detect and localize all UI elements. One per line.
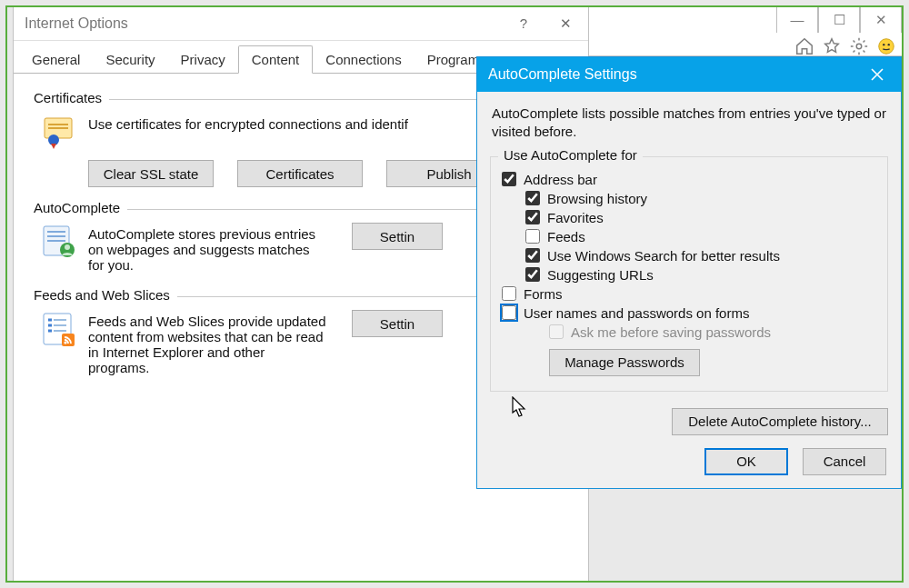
svg-rect-5: [48, 124, 68, 125]
home-icon[interactable]: [794, 36, 814, 56]
chk-ask-before-saving: Ask me before saving passwords: [502, 324, 876, 340]
gear-icon[interactable]: [849, 36, 869, 56]
chk-browsing-history-input[interactable]: [525, 191, 540, 205]
ac-close-button[interactable]: [857, 59, 897, 90]
autocomplete-settings-button[interactable]: Settin: [352, 223, 443, 250]
chk-address-bar-input[interactable]: [502, 172, 516, 186]
tab-content[interactable]: Content: [238, 45, 314, 74]
chk-feeds-input[interactable]: [525, 229, 540, 244]
cancel-button[interactable]: Cancel: [803, 448, 886, 475]
close-button[interactable]: ✕: [544, 9, 586, 38]
star-icon[interactable]: [822, 36, 842, 56]
bg-minimize-button[interactable]: ―: [776, 5, 818, 33]
chk-favorites[interactable]: Favorites: [502, 210, 876, 225]
svg-rect-9: [47, 231, 65, 233]
svg-rect-10: [47, 235, 65, 237]
ac-description: AutoComplete lists possible matches from…: [490, 103, 888, 151]
clear-ssl-button[interactable]: Clear SSL state: [88, 160, 214, 187]
chk-usernames-passwords-input[interactable]: [502, 305, 516, 320]
ok-button[interactable]: OK: [704, 448, 788, 475]
certificates-heading: Certificates: [34, 90, 109, 105]
emoji-icon[interactable]: [876, 36, 896, 56]
ac-title: AutoComplete Settings: [488, 66, 857, 83]
svg-rect-15: [62, 334, 75, 346]
chk-favorites-input[interactable]: [525, 210, 540, 224]
svg-rect-11: [47, 240, 65, 242]
feeds-settings-button[interactable]: Settin: [352, 310, 443, 337]
chk-windows-search[interactable]: Use Windows Search for better results: [502, 248, 876, 264]
chk-browsing-history[interactable]: Browsing history: [502, 191, 876, 206]
bg-maximize-button[interactable]: ☐: [818, 5, 860, 33]
svg-point-3: [888, 44, 890, 45]
feeds-icon: [37, 310, 81, 354]
io-title: Internet Options: [25, 15, 503, 32]
feeds-desc: Feeds and Web Slices provide updated con…: [81, 310, 335, 383]
autocomplete-settings-dialog: AutoComplete Settings AutoComplete lists…: [476, 56, 902, 489]
svg-point-1: [879, 39, 894, 55]
chk-forms[interactable]: Forms: [502, 286, 876, 302]
use-autocomplete-for-group: Use AutoComplete for Address bar Browsin…: [490, 156, 888, 392]
chk-usernames-passwords[interactable]: User names and passwords on forms: [502, 305, 876, 321]
chk-suggesting-urls[interactable]: Suggesting URLs: [502, 267, 876, 283]
tab-connections[interactable]: Connections: [313, 46, 414, 73]
chk-feeds[interactable]: Feeds: [502, 229, 876, 244]
svg-rect-6: [48, 127, 68, 129]
autocomplete-icon: [37, 223, 81, 266]
manage-passwords-button[interactable]: Manage Passwords: [549, 349, 700, 376]
autocomplete-desc: AutoComplete stores previous entries on …: [81, 223, 335, 280]
autocomplete-heading: AutoComplete: [34, 200, 127, 215]
feeds-heading: Feeds and Web Slices: [34, 287, 177, 303]
svg-point-2: [883, 44, 884, 45]
svg-point-13: [65, 244, 70, 250]
chk-ask-before-saving-input: [549, 324, 564, 339]
tab-security[interactable]: Security: [93, 46, 167, 73]
tab-general[interactable]: General: [19, 46, 93, 73]
background-window-chrome: ― ☐ ✕: [589, 5, 902, 56]
chk-windows-search-input[interactable]: [525, 248, 540, 263]
chk-suggesting-urls-input[interactable]: [525, 267, 540, 282]
svg-point-16: [64, 341, 66, 344]
help-button[interactable]: ?: [503, 9, 544, 38]
delete-autocomplete-history-button[interactable]: Delete AutoComplete history...: [672, 408, 888, 435]
svg-point-0: [856, 44, 862, 49]
bg-close-button[interactable]: ✕: [860, 5, 902, 33]
chk-forms-input[interactable]: [502, 286, 516, 301]
group-legend: Use AutoComplete for: [498, 147, 643, 163]
chk-address-bar[interactable]: Address bar: [502, 172, 876, 187]
certificate-icon: [37, 113, 81, 156]
certificates-button[interactable]: Certificates: [237, 160, 363, 187]
tab-privacy[interactable]: Privacy: [168, 46, 238, 73]
